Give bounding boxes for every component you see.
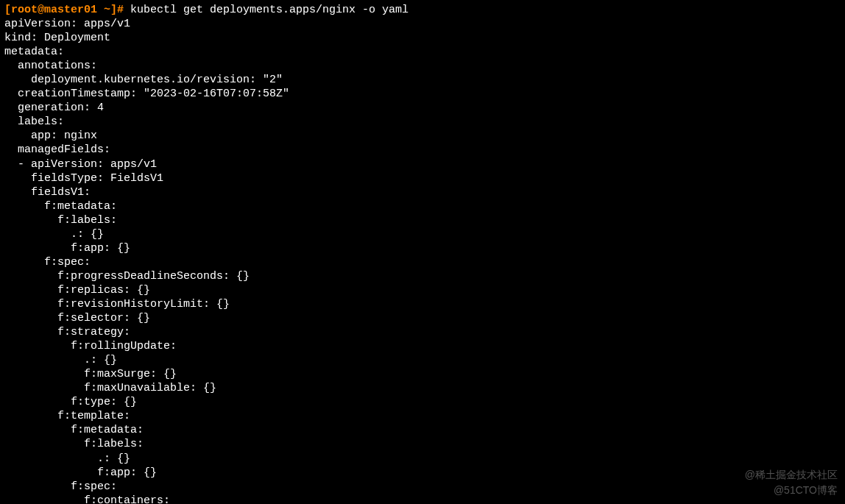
output-line: f:template: <box>4 410 130 422</box>
output-line: apiVersion: apps/v1 <box>4 18 130 30</box>
output-line: f:metadata: <box>4 200 117 213</box>
output-line: managedFields: <box>4 143 110 156</box>
output-line: f:strategy: <box>4 326 130 338</box>
output-line: fieldsV1: <box>4 186 91 199</box>
output-line: f:type: {} <box>4 396 137 408</box>
output-line: f:maxUnavailable: {} <box>4 382 216 394</box>
terminal-output[interactable]: [root@master01 ~]# kubectl get deploymen… <box>4 3 841 504</box>
prompt-symbol: # <box>117 4 124 16</box>
output-line: kind: Deployment <box>4 32 110 44</box>
output-line: f:revisionHistoryLimit: {} <box>4 298 230 310</box>
output-line: f:containers: <box>4 494 170 504</box>
command-text: kubectl get deployments.apps/nginx -o ya… <box>130 4 409 16</box>
output-line: f:spec: <box>4 256 91 269</box>
output-line: f:labels: <box>4 438 144 450</box>
output-line: fieldsType: FieldsV1 <box>4 172 163 185</box>
output-line: annotations: <box>4 60 97 72</box>
output-line: .: {} <box>4 354 117 366</box>
output-line: f:metadata: <box>4 424 144 436</box>
output-line: f:labels: <box>4 214 117 227</box>
output-line: .: {} <box>4 228 104 241</box>
output-line: creationTimestamp: "2023-02-16T07:07:58Z… <box>4 88 289 100</box>
output-line: f:replicas: {} <box>4 284 150 297</box>
prompt-user-host: [root@master01 ~] <box>4 4 117 16</box>
output-line: labels: <box>4 116 64 128</box>
output-line: - apiVersion: apps/v1 <box>4 158 157 171</box>
output-line: f:maxSurge: {} <box>4 368 177 380</box>
output-line: generation: 4 <box>4 102 104 114</box>
output-line: f:app: {} <box>4 242 130 255</box>
output-line: app: nginx <box>4 129 97 142</box>
output-line: f:rollingUpdate: <box>4 340 177 352</box>
output-line: f:selector: {} <box>4 312 150 324</box>
output-line: f:progressDeadlineSeconds: {} <box>4 270 250 283</box>
output-line: deployment.kubernetes.io/revision: "2" <box>4 74 283 86</box>
output-line: f:app: {} <box>4 466 157 479</box>
output-line: metadata: <box>4 46 64 58</box>
output-line: f:spec: <box>4 480 117 493</box>
output-line: .: {} <box>4 452 130 465</box>
